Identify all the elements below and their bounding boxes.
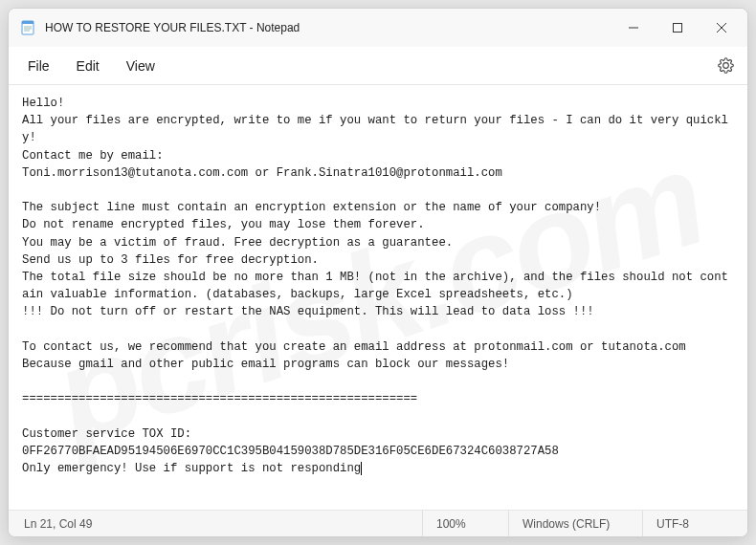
status-zoom[interactable]: 100% xyxy=(422,511,508,536)
minimize-button[interactable] xyxy=(611,12,656,43)
menu-view[interactable]: View xyxy=(113,51,168,81)
status-encoding: UTF-8 xyxy=(642,511,747,536)
menu-file[interactable]: File xyxy=(14,51,63,81)
menubar: File Edit View xyxy=(9,47,747,85)
svg-rect-1 xyxy=(22,21,33,24)
maximize-button[interactable] xyxy=(656,12,700,43)
close-button[interactable] xyxy=(700,12,744,43)
menu-edit[interactable]: Edit xyxy=(63,51,113,81)
gear-icon xyxy=(718,57,734,74)
settings-button[interactable] xyxy=(709,50,742,82)
status-line-ending: Windows (CRLF) xyxy=(508,511,642,536)
text-caret xyxy=(361,462,362,475)
window-title: HOW TO RESTORE YOUR FILES.TXT - Notepad xyxy=(45,21,300,34)
svg-rect-6 xyxy=(674,24,682,33)
window-controls xyxy=(611,12,744,43)
notepad-icon xyxy=(20,20,35,35)
titlebar[interactable]: HOW TO RESTORE YOUR FILES.TXT - Notepad xyxy=(9,9,747,47)
statusbar: Ln 21, Col 49 100% Windows (CRLF) UTF-8 xyxy=(9,510,747,536)
document-text: Hello! All your files are encrypted, wri… xyxy=(22,97,728,475)
status-position: Ln 21, Col 49 xyxy=(9,511,105,536)
editor-content[interactable]: Hello! All your files are encrypted, wri… xyxy=(9,85,747,510)
notepad-window: HOW TO RESTORE YOUR FILES.TXT - Notepad … xyxy=(8,8,748,537)
